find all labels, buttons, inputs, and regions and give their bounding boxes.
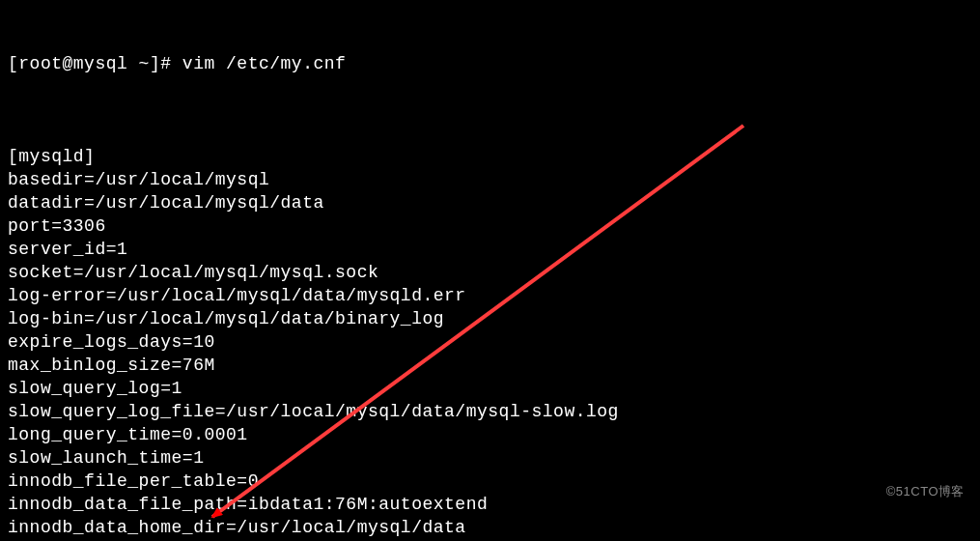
config-line: port=3306 xyxy=(8,214,972,238)
config-line: basedir=/usr/local/mysql xyxy=(8,168,972,191)
config-line: [mysqld] xyxy=(8,145,972,168)
config-line xyxy=(8,122,972,145)
config-line: server_id=1 xyxy=(8,238,972,261)
config-line: expire_logs_days=10 xyxy=(8,330,972,354)
watermark-text: ©51CTO博客 xyxy=(886,483,965,500)
config-line: datadir=/usr/local/mysql/data xyxy=(8,191,972,214)
config-line: long_query_time=0.0001 xyxy=(8,423,972,446)
config-line: innodb_data_home_dir=/usr/local/mysql/da… xyxy=(8,516,972,539)
terminal-output[interactable]: [root@mysql ~]# vim /etc/my.cnf [mysqld]… xyxy=(0,0,980,541)
config-line: log-error=/usr/local/mysql/data/mysqld.e… xyxy=(8,284,972,307)
config-line: socket=/usr/local/mysql/mysql.sock xyxy=(8,261,972,284)
vim-file-content[interactable]: [mysqld]basedir=/usr/local/mysqldatadir=… xyxy=(8,122,972,541)
config-line: innodb_file_per_table=0 xyxy=(8,470,972,493)
config-line: max_binlog_size=76M xyxy=(8,354,972,377)
config-line: innodb_data_file_path=ibdata1:76M:autoex… xyxy=(8,493,972,516)
shell-prompt-line: [root@mysql ~]# vim /etc/my.cnf xyxy=(8,52,972,75)
config-line: log-bin=/usr/local/mysql/data/binary_log xyxy=(8,307,972,330)
config-line: slow_query_log_file=/usr/local/mysql/dat… xyxy=(8,400,972,423)
config-line: slow_launch_time=1 xyxy=(8,446,972,470)
config-line: slow_query_log=1 xyxy=(8,377,972,400)
